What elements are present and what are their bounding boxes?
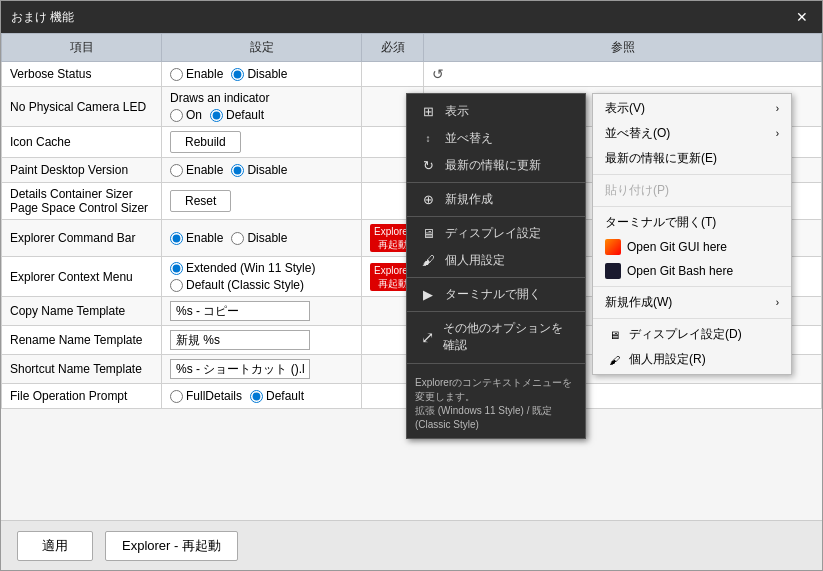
radio-disable[interactable] [231,232,244,245]
ctx-separator [593,206,791,207]
radio-default-label[interactable]: Default [250,389,304,403]
setting-cell [162,355,362,384]
ctx-item-refresh[interactable]: ↻ 最新の情報に更新 [407,152,585,179]
ctx-label: 新規作成 [445,191,493,208]
window-title: おまけ 機能 [11,9,74,26]
refresh-icon: ↻ [419,158,437,173]
item-label: Rename Name Template [2,326,162,355]
ctx-separator [407,311,585,312]
display-settings-icon: 🖥 [605,329,623,341]
item-label: Paint Desktop Version [2,158,162,183]
table-row: Verbose Status Enable Disable ↺ [2,62,822,87]
ctx-separator [407,182,585,183]
radio-on-label[interactable]: On [170,108,202,122]
context-menu-right: 表示(V) › 並べ替え(O) › 最新の情報に更新(E) 貼り付け(P) [592,93,792,375]
rename-template-input[interactable] [170,330,310,350]
radio-on[interactable] [170,109,183,122]
ctx-right-gitgui[interactable]: Open Git GUI here [593,235,791,259]
item-label: Copy Name Template [2,297,162,326]
ctx-item-display[interactable]: ⊞ 表示 [407,98,585,125]
ctx-right-refresh[interactable]: 最新の情報に更新(E) [593,146,791,171]
ctx-right-label: 最新の情報に更新(E) [605,150,717,167]
radio-fulldetails-label[interactable]: FullDetails [170,389,242,403]
explorer-restart-button[interactable]: Explorer - 再起動 [105,531,238,561]
ctx-right-display[interactable]: 表示(V) › [593,96,791,121]
display-settings-icon: 🖥 [419,226,437,241]
ctx-right-sort[interactable]: 並べ替え(O) › [593,121,791,146]
ctx-right-label: 貼り付け(P) [605,182,669,199]
ctx-right-label: 並べ替え(O) [605,125,670,142]
sort-icon: ↕ [419,133,437,144]
radio-default[interactable] [170,279,183,292]
close-button[interactable]: ✕ [792,9,812,25]
reset-button[interactable]: Reset [170,190,231,212]
radio-enable[interactable] [170,68,183,81]
ctx-item-terminal[interactable]: ▶ ターミナルで開く [407,281,585,308]
item-label: No Physical Camera LED [2,87,162,127]
ctx-item-sort[interactable]: ↕ 並べ替え [407,125,585,152]
setting-cell: Reset [162,183,362,220]
ctx-right-terminal[interactable]: ターミナルで開く(T) [593,210,791,235]
ctx-separator [593,174,791,175]
git-gui-icon [605,239,621,255]
ctx-item-personal[interactable]: 🖌 個人用設定 [407,247,585,274]
table-wrapper: 項目 設定 必須 参照 Verbose Status Enable Disab [1,33,822,520]
ctx-separator [407,277,585,278]
item-label: Shortcut Name Template [2,355,162,384]
radio-disable-label[interactable]: Disable [231,163,287,177]
description-text: Explorerのコンテキストメニューを変更します。拡張 (Windows 11… [415,376,577,432]
setting-cell: Enable Disable [162,62,362,87]
radio-disable-label[interactable]: Disable [231,231,287,245]
col-header-setting: 設定 [162,34,362,62]
ctx-right-display-settings[interactable]: 🖥 ディスプレイ設定(D) [593,322,791,347]
ctx-label: ターミナルで開く [445,286,541,303]
reset-icon[interactable]: ↺ [432,66,444,82]
radio-enable-label[interactable]: Enable [170,163,223,177]
radio-default-label[interactable]: Default [210,108,264,122]
ctx-right-label: 個人用設定(R) [629,351,706,368]
ctx-right-new[interactable]: 新規作成(W) › [593,290,791,315]
ctx-label: ディスプレイ設定 [445,225,541,242]
item-label: Verbose Status [2,62,162,87]
radio-disable-label[interactable]: Disable [231,67,287,81]
ctx-item-more[interactable]: ⤢ その他のオプションを確認 [407,315,585,359]
more-icon: ⤢ [419,328,435,347]
shortcut-template-input[interactable] [170,359,310,379]
rebuild-button[interactable]: Rebuild [170,131,241,153]
item-label: Explorer Context Menu [2,257,162,297]
radio-fulldetails[interactable] [170,390,183,403]
ctx-right-personal[interactable]: 🖌 個人用設定(R) [593,347,791,372]
new-icon: ⊕ [419,192,437,207]
radio-extended[interactable] [170,262,183,275]
ctx-label: 表示 [445,103,469,120]
radio-enable[interactable] [170,232,183,245]
setting-cell: Enable Disable [162,158,362,183]
radio-default[interactable] [250,390,263,403]
display-icon: ⊞ [419,104,437,119]
ctx-separator [593,318,791,319]
copy-template-input[interactable] [170,301,310,321]
radio-enable-label[interactable]: Enable [170,67,223,81]
radio-enable[interactable] [170,164,183,177]
radio-extended-label[interactable]: Extended (Win 11 Style) [170,261,315,275]
apply-button[interactable]: 適用 [17,531,93,561]
setting-cell: Enable Disable [162,220,362,257]
ctx-label: 最新の情報に更新 [445,157,541,174]
ctx-right-label: 新規作成(W) [605,294,672,311]
title-bar: おまけ 機能 ✕ [1,1,822,33]
ctx-item-display-settings[interactable]: 🖥 ディスプレイ設定 [407,220,585,247]
radio-default[interactable] [210,109,223,122]
setting-cell: Draws an indicator On Default [162,87,362,127]
radio-default-label[interactable]: Default (Classic Style) [170,278,304,292]
setting-cell: Rebuild [162,127,362,158]
required-cell [362,62,424,87]
radio-disable[interactable] [231,164,244,177]
ctx-right-paste[interactable]: 貼り付け(P) [593,178,791,203]
ctx-item-new[interactable]: ⊕ 新規作成 [407,186,585,213]
ctx-right-label: 表示(V) [605,100,645,117]
radio-disable[interactable] [231,68,244,81]
radio-enable-label[interactable]: Enable [170,231,223,245]
ctx-right-gitbash[interactable]: Open Git Bash here [593,259,791,283]
ctx-separator [593,286,791,287]
ctx-label: 個人用設定 [445,252,505,269]
